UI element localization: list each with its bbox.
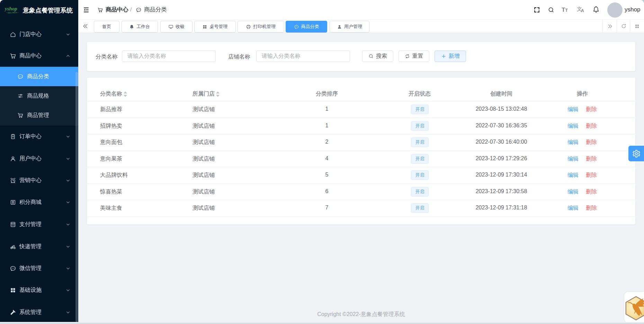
svg-text:—意象点餐系统—: —意象点餐系统— [6, 11, 19, 14]
svg-text:yshop: yshop [5, 6, 17, 11]
